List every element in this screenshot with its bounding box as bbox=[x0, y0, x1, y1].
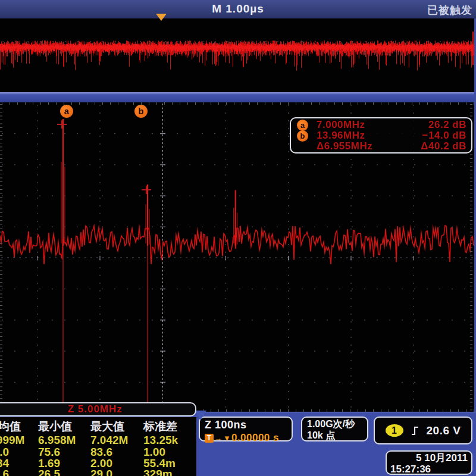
marker-b-icon: b bbox=[297, 130, 308, 142]
col-header-min: 最小值 bbox=[38, 419, 90, 434]
delta-spacer bbox=[297, 141, 308, 152]
top-status-bar: M 1.00µs 已被触发 bbox=[0, 0, 476, 18]
measurement-table: 平均值 最小值 最大值 标准差 6.999M 6.958M 7.042M 13.… bbox=[0, 417, 196, 476]
cell: 6.958M bbox=[38, 434, 90, 447]
zoom-timebase-box: Z 100ns T → ▼ 0.00000 s bbox=[199, 416, 293, 441]
arrow-right-icon: → bbox=[214, 434, 222, 443]
cursor-readout-box: a 7.000MHz 26.2 dB b 13.96MHz −14.0 dB Δ… bbox=[290, 117, 472, 154]
delta-level: Δ40.2 dB bbox=[406, 140, 466, 152]
trigger-readout-box: 1 20.6 V bbox=[374, 416, 472, 444]
trigger-status-label: 已被触发 bbox=[427, 3, 472, 17]
time-domain-trace bbox=[0, 18, 474, 92]
cell: 26.5 bbox=[38, 468, 90, 476]
zoom-timebase-readout: Z 100ns bbox=[205, 419, 287, 431]
table-row: 28.6 26.5 29.0 329m bbox=[0, 468, 196, 476]
time-domain-window bbox=[0, 18, 474, 92]
trigger-level-readout: 20.6 V bbox=[427, 424, 461, 437]
cell: 329m bbox=[143, 468, 196, 476]
trigger-position-readout: T → ▼ 0.00000 s bbox=[205, 432, 287, 444]
date-readout: 5 10月2011 bbox=[390, 452, 468, 464]
zoom-scale-pill: Z 5.00MHz bbox=[0, 402, 196, 416]
cursor-row-a: a 7.000MHz 26.2 dB bbox=[291, 120, 471, 130]
cursor-row-b: b 13.96MHz −14.0 dB bbox=[291, 130, 471, 141]
record-length-readout: 10k 点 bbox=[307, 430, 362, 441]
trigger-position-value: 0.00000 s bbox=[231, 432, 279, 444]
bottom-readout-panel: 平均值 最小值 最大值 标准差 6.999M 6.958M 7.042M 13.… bbox=[0, 412, 476, 476]
t-badge-icon: T bbox=[205, 434, 214, 443]
time-readout: 15:27:36 bbox=[390, 464, 468, 475]
datetime-box: 5 10月2011 15:27:36 bbox=[386, 450, 472, 475]
cell: 6.999M bbox=[0, 434, 38, 447]
marker-a-icon: a bbox=[297, 120, 308, 131]
col-header-mean: 平均值 bbox=[0, 419, 38, 434]
acquisition-box: 1.00G次/秒 10k 点 bbox=[301, 416, 368, 441]
rising-edge-icon bbox=[411, 425, 419, 436]
cell: 7.042M bbox=[90, 434, 143, 447]
marker-b-flag: b bbox=[134, 105, 148, 118]
cursor-row-delta: Δ6.955MHz Δ40.2 dB bbox=[291, 141, 471, 152]
channel-1-badge: 1 bbox=[386, 424, 403, 437]
cell: 28.6 bbox=[0, 468, 38, 476]
trigger-marker-icon: ▼ bbox=[223, 434, 231, 443]
col-header-std: 标准差 bbox=[143, 419, 196, 434]
marker-a-frequency: 7.000MHz bbox=[308, 119, 406, 131]
marker-a-level: 26.2 dB bbox=[406, 119, 466, 131]
marker-b-frequency: 13.96MHz bbox=[308, 130, 406, 142]
col-header-max: 最大值 bbox=[90, 419, 143, 434]
cell: 13.25k bbox=[143, 434, 196, 447]
cell: 29.0 bbox=[90, 468, 143, 476]
measurement-table-header: 平均值 最小值 最大值 标准差 bbox=[0, 419, 196, 434]
sample-rate-readout: 1.00G次/秒 bbox=[307, 418, 362, 430]
trigger-position-icon bbox=[156, 14, 167, 21]
marker-a-flag: a bbox=[60, 105, 73, 118]
oscilloscope-screen: M 1.00µs 已被触发 a b a 7.000MHz 26.2 dB b 1… bbox=[0, 0, 476, 476]
table-row: 6.999M 6.958M 7.042M 13.25k bbox=[0, 434, 196, 447]
delta-frequency: Δ6.955MHz bbox=[308, 140, 406, 152]
timebase-readout: M 1.00µs bbox=[0, 2, 476, 15]
zoom-wedge-icon bbox=[195, 411, 206, 420]
window-separator bbox=[0, 92, 474, 102]
marker-b-level: −14.0 dB bbox=[406, 130, 466, 142]
